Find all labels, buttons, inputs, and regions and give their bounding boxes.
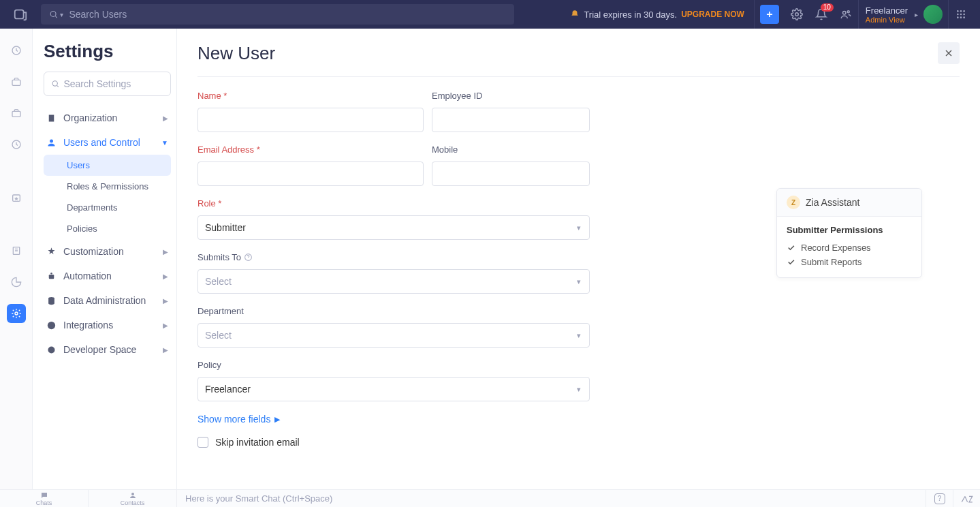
show-more-link[interactable]: Show more fields ▶ — [197, 414, 960, 425]
submits-to-select[interactable]: Select — [197, 269, 590, 294]
app-logo[interactable] — [7, 0, 34, 29]
add-button[interactable] — [760, 5, 779, 24]
name-input[interactable] — [197, 108, 424, 132]
upgrade-link[interactable]: UPGRADE NOW — [681, 10, 744, 19]
employee-id-input[interactable] — [432, 108, 590, 132]
notifications-icon[interactable]: 10 — [809, 2, 834, 27]
rail-book-icon[interactable] — [7, 241, 26, 260]
skip-email-checkbox[interactable] — [197, 437, 208, 448]
nav-developer[interactable]: Developer Space ▶ — [44, 337, 171, 362]
rail-briefcase2-icon[interactable] — [7, 104, 26, 123]
role-select[interactable]: Submitter — [197, 215, 590, 240]
nav-organization[interactable]: Organization ▶ — [44, 106, 171, 130]
zia-chat-icon[interactable] — [953, 490, 980, 507]
nav-customization[interactable]: Customization ▶ — [44, 239, 171, 264]
mobile-label: Mobile — [432, 144, 590, 155]
permissions-title: Submitter Permissions — [787, 225, 912, 235]
rail-briefcase-icon[interactable] — [7, 72, 26, 91]
sub-roles[interactable]: Roles & Permissions — [44, 176, 171, 197]
zia-icon: Z — [787, 196, 800, 209]
nav-integrations[interactable]: Integrations ▶ — [44, 313, 171, 337]
svg-rect-0 — [15, 10, 24, 19]
sub-users[interactable]: Users — [44, 155, 171, 176]
zia-title: Zia Assistant — [806, 197, 859, 208]
bell-icon — [570, 10, 580, 19]
svg-point-5 — [957, 10, 959, 12]
svg-point-3 — [842, 12, 846, 15]
name-label: Name * — [197, 91, 424, 101]
sub-departments[interactable]: Departments — [44, 197, 171, 218]
email-input[interactable] — [197, 162, 424, 186]
refer-icon[interactable] — [834, 2, 858, 27]
svg-point-2 — [795, 13, 799, 16]
chevron-right-icon: ▶ — [163, 346, 168, 354]
bottom-bar: Chats Contacts Here is your Smart Chat (… — [0, 489, 980, 507]
search-settings[interactable] — [44, 72, 171, 96]
policy-label: Policy — [197, 360, 590, 370]
contacts-tab[interactable]: Contacts — [89, 490, 177, 507]
sub-policies[interactable]: Policies — [44, 218, 171, 239]
global-search-input[interactable] — [69, 9, 506, 20]
settings-gear-icon[interactable] — [785, 2, 809, 27]
email-label: Email Address * — [197, 144, 424, 155]
permission-item: Record Expenses — [787, 241, 912, 255]
svg-point-21 — [52, 81, 57, 86]
nav-users-control[interactable]: Users and Control ▼ — [44, 130, 171, 155]
nav-data-admin[interactable]: Data Administration ▶ — [44, 288, 171, 313]
svg-point-30 — [131, 493, 134, 495]
sidebar-title: Settings — [44, 41, 171, 62]
side-rail — [0, 29, 33, 489]
svg-point-7 — [963, 10, 965, 12]
svg-point-6 — [960, 10, 962, 12]
rail-chart-icon[interactable] — [7, 273, 26, 292]
settings-sidebar: Settings Organization ▶ Users and Contro… — [33, 29, 177, 489]
svg-rect-24 — [49, 275, 54, 279]
chats-tab[interactable]: Chats — [0, 490, 89, 507]
nav-label: Users and Control — [63, 137, 140, 148]
page-title: New User — [197, 43, 275, 64]
svg-point-20 — [15, 312, 18, 315]
department-label: Department — [197, 306, 590, 316]
svg-point-25 — [50, 272, 52, 274]
role-label: Role * — [197, 198, 590, 209]
user-role-label: Admin View — [866, 16, 905, 24]
department-select[interactable]: Select — [197, 323, 590, 348]
nav-label: Customization — [63, 246, 124, 257]
svg-point-23 — [50, 139, 53, 142]
user-name-label: Freelancer — [866, 5, 908, 16]
smart-chat-hint[interactable]: Here is your Smart Chat (Ctrl+Space) — [177, 493, 926, 504]
help-icon[interactable]: ? — [926, 490, 953, 507]
svg-point-8 — [957, 14, 959, 16]
help-icon[interactable] — [244, 253, 253, 262]
user-menu[interactable]: Freelancer Admin View — [859, 5, 915, 24]
skip-email-label: Skip invitation email — [215, 437, 300, 448]
svg-point-27 — [48, 321, 55, 328]
rail-star-icon[interactable] — [7, 188, 26, 207]
employee-id-label: Employee ID — [432, 91, 590, 101]
trial-text: Trial expires in 30 days. — [584, 10, 677, 20]
rail-recent-icon[interactable] — [7, 41, 26, 60]
svg-rect-22 — [49, 114, 54, 121]
nav-label: Developer Space — [63, 344, 136, 355]
policy-select[interactable]: Freelancer — [197, 377, 590, 401]
chevron-right-icon: ▶ — [163, 114, 168, 122]
svg-point-1 — [50, 12, 56, 17]
nav-automation[interactable]: Automation ▶ — [44, 264, 171, 288]
chevron-right-icon: ▶ — [274, 415, 280, 424]
search-settings-input[interactable] — [63, 78, 163, 89]
notification-badge: 10 — [821, 3, 834, 12]
topbar: ▾ Trial expires in 30 days. UPGRADE NOW … — [0, 0, 980, 29]
svg-rect-28 — [48, 346, 55, 353]
chevron-right-icon: ▸ — [915, 11, 918, 18]
rail-settings-icon[interactable] — [7, 304, 26, 323]
zia-assistant-card: Z Zia Assistant Submitter Permissions Re… — [776, 188, 922, 278]
svg-point-4 — [847, 11, 849, 13]
mobile-input[interactable] — [432, 162, 590, 186]
close-button[interactable] — [938, 42, 960, 64]
permission-item: Submit Reports — [787, 255, 912, 269]
apps-grid-icon[interactable] — [949, 2, 973, 27]
global-search[interactable]: ▾ — [41, 4, 514, 25]
rail-clock-icon[interactable] — [7, 135, 26, 154]
avatar[interactable] — [923, 5, 943, 24]
svg-point-11 — [957, 16, 959, 18]
